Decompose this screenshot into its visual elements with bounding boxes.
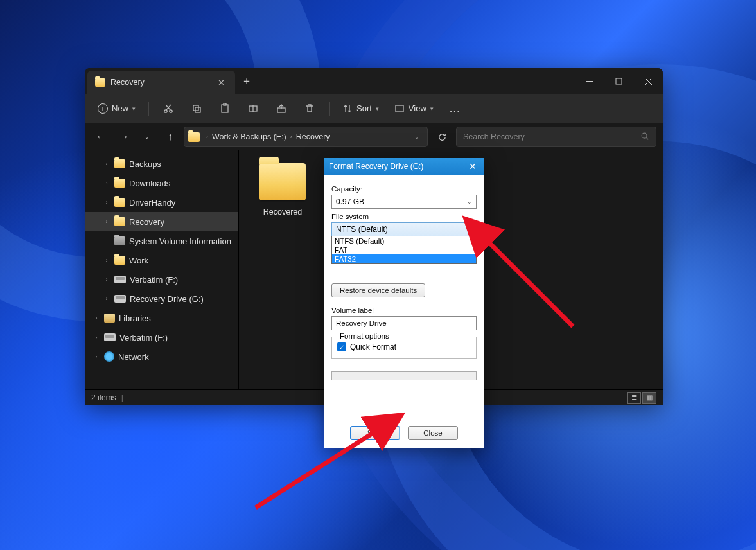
drive-icon — [114, 295, 126, 303]
tree-item[interactable]: ›Recovery — [85, 212, 238, 231]
tab-close-button[interactable]: ✕ — [215, 78, 227, 87]
folder-item[interactable]: Recovered — [252, 163, 313, 217]
filesystem-option[interactable]: FAT32 — [332, 254, 476, 263]
minimize-button[interactable] — [574, 68, 604, 94]
tree-expand-icon[interactable]: › — [92, 334, 100, 341]
tree-expand-icon[interactable]: › — [92, 353, 100, 360]
dialog-titlebar[interactable]: Format Recovery Drive (G:) ✕ — [324, 158, 484, 175]
filesystem-option[interactable]: FAT — [332, 245, 476, 254]
toolbar-separator — [329, 102, 330, 116]
tab-title: Recovery — [110, 78, 145, 87]
explorer-titlebar: Recovery ✕ ＋ — [85, 68, 663, 94]
tree-item-label: Recovery Drive (G:) — [130, 294, 204, 304]
folder-icon — [259, 163, 306, 200]
folder-icon — [114, 179, 125, 188]
close-window-button[interactable] — [633, 68, 663, 94]
address-bar[interactable]: › Work & Backups (E:) › Recovery ⌄ — [184, 127, 428, 147]
new-tab-button[interactable]: ＋ — [235, 68, 258, 94]
filesystem-value: NTFS (Default) — [336, 225, 388, 234]
explorer-tab[interactable]: Recovery ✕ — [87, 71, 235, 94]
address-part-1[interactable]: Work & Backups (E:) — [212, 132, 286, 141]
tree-expand-icon[interactable]: › — [103, 180, 110, 186]
tree-item[interactable]: ›Backups — [85, 154, 238, 173]
maximize-button[interactable] — [604, 68, 633, 94]
tree-item[interactable]: ›Libraries — [85, 308, 238, 328]
quick-format-label: Quick Format — [350, 342, 396, 351]
dialog-title: Format Recovery Drive (G:) — [329, 162, 423, 171]
restore-defaults-button[interactable]: Restore device defaults — [331, 283, 425, 297]
back-button[interactable]: ← — [91, 127, 110, 146]
drive-icon — [104, 333, 116, 341]
delete-button[interactable] — [297, 98, 322, 119]
format-options-legend: Format options — [337, 332, 392, 340]
tree-expand-icon[interactable]: › — [103, 161, 110, 167]
folder-icon — [114, 198, 125, 207]
tree-item-label: Work — [129, 256, 148, 265]
tree-item[interactable]: ›Recovery Drive (G:) — [85, 289, 238, 308]
chevron-down-icon: ⌄ — [467, 226, 472, 233]
tree-item[interactable]: System Volume Information — [85, 231, 238, 251]
tree-expand-icon[interactable]: › — [103, 257, 110, 263]
refresh-button[interactable] — [432, 127, 452, 147]
tree-expand-icon[interactable]: › — [92, 315, 100, 321]
lib-icon — [104, 314, 115, 323]
filesystem-dropdown[interactable]: NTFS (Default) ⌄ — [331, 222, 477, 236]
checkbox-checked-icon: ✓ — [337, 342, 346, 351]
svg-rect-10 — [222, 105, 228, 112]
list-view-button[interactable]: ≣ — [627, 392, 641, 404]
tree-item[interactable]: ›DriverHandy — [85, 193, 238, 212]
forward-button[interactable]: → — [114, 127, 134, 146]
start-button[interactable]: Start — [350, 426, 400, 440]
recent-locations-button[interactable]: ⌄ — [137, 127, 157, 146]
tree-item-label: System Volume Information — [129, 236, 231, 246]
tree-expand-icon[interactable]: › — [103, 218, 110, 225]
tree-item-label: Downloads — [129, 179, 170, 188]
capacity-dropdown[interactable]: 0.97 GB ⌄ — [331, 195, 477, 209]
search-icon — [640, 132, 649, 143]
folder-icon — [114, 256, 125, 265]
quick-format-checkbox[interactable]: ✓ Quick Format — [337, 342, 471, 351]
svg-line-7 — [166, 105, 170, 110]
more-button[interactable]: … — [443, 98, 468, 119]
tree-item[interactable]: ›Work — [85, 251, 238, 270]
up-button[interactable]: ↑ — [161, 127, 180, 146]
close-button[interactable]: Close — [408, 426, 458, 440]
tree-expand-icon[interactable]: › — [103, 296, 110, 302]
svg-rect-9 — [195, 107, 200, 112]
view-icon — [394, 103, 405, 114]
sort-button[interactable]: Sort ▾ — [336, 98, 385, 119]
rename-button[interactable] — [240, 98, 266, 119]
volume-label-input[interactable] — [331, 316, 477, 330]
dialog-close-button[interactable]: ✕ — [466, 161, 479, 172]
copy-button[interactable] — [184, 98, 209, 119]
tree-item[interactable]: ›Downloads — [85, 173, 238, 193]
tree-item[interactable]: ›Network — [85, 347, 238, 366]
address-dropdown[interactable]: ⌄ — [410, 134, 423, 140]
paste-button[interactable] — [212, 98, 238, 119]
navigation-tree[interactable]: ›Backups›Downloads›DriverHandy›RecoveryS… — [85, 150, 239, 389]
capacity-label: Capacity: — [331, 185, 477, 193]
tree-item[interactable]: ›Verbatim (F:) — [85, 328, 238, 347]
filesystem-option[interactable]: NTFS (Default) — [332, 236, 476, 245]
search-input[interactable]: Search Recovery — [456, 127, 656, 147]
filesystem-dropdown-list[interactable]: NTFS (Default)FATFAT32 — [331, 236, 477, 264]
chevron-down-icon: ▾ — [132, 105, 136, 112]
tree-item-label: Libraries — [119, 314, 151, 323]
share-button[interactable] — [268, 98, 294, 119]
view-button[interactable]: View ▾ — [388, 98, 440, 119]
drive-icon — [114, 276, 126, 283]
tree-item-label: Backups — [129, 159, 161, 169]
icon-view-button[interactable]: ▦ — [642, 392, 656, 404]
folder-icon — [95, 78, 105, 87]
new-button[interactable]: + New ▾ — [91, 98, 142, 119]
tree-expand-icon[interactable]: › — [103, 276, 110, 283]
tree-item[interactable]: ›Verbatim (F:) — [85, 270, 238, 289]
cut-button[interactable] — [155, 98, 181, 119]
new-label: New — [112, 103, 128, 113]
plus-icon: + — [98, 103, 108, 114]
tree-item-label: Verbatim (F:) — [119, 333, 168, 342]
address-part-2[interactable]: Recovery — [296, 132, 330, 141]
svg-line-6 — [166, 105, 171, 110]
toolbar-separator — [148, 102, 149, 116]
tree-expand-icon[interactable]: › — [103, 199, 110, 206]
